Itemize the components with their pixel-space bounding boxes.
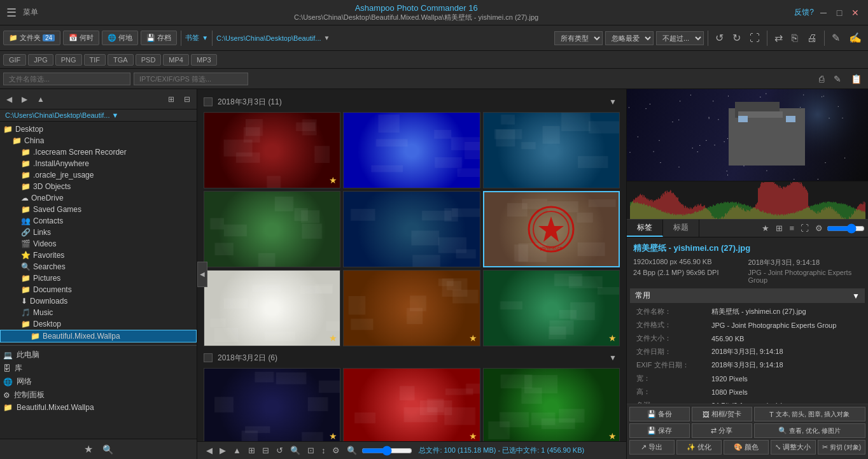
share-button2[interactable]: ⇄ 分享 <box>692 423 752 438</box>
tif-button[interactable]: TIF <box>84 54 106 66</box>
nav-list-button[interactable]: ⊟ <box>260 444 272 456</box>
edit-button[interactable]: ✎ <box>829 30 843 46</box>
sidebar-tree-item[interactable]: 🎵Music <box>0 307 197 318</box>
menu-label[interactable]: 菜单 <box>23 7 38 18</box>
filter-icon1[interactable]: ⎙ <box>816 72 827 86</box>
sidebar-tree-item[interactable]: 📁Beautiful.Mixed.Wallpa <box>0 330 197 342</box>
nav-search-button[interactable]: 🔍 <box>288 444 303 456</box>
tab-label[interactable]: 标签 <box>627 220 663 237</box>
thumb-12[interactable]: ★ <box>483 368 620 441</box>
thumb-8[interactable]: ★ <box>343 270 480 346</box>
thumb-2[interactable] <box>343 112 480 188</box>
filter-icon2[interactable]: ✎ <box>830 72 844 86</box>
panel-icon-star[interactable]: ★ <box>759 222 772 234</box>
sidebar-tree-item[interactable]: 📁Documents <box>0 284 197 295</box>
tab-title[interactable]: 标题 <box>663 220 699 237</box>
panel-icon-grid[interactable]: ⊞ <box>773 222 785 234</box>
filename-filter-input[interactable] <box>3 73 130 85</box>
sidebar-tree-item[interactable]: ⬇Downloads <box>0 295 197 307</box>
nav-grid-button[interactable]: ⊞ <box>246 444 258 456</box>
sidebar-special-item[interactable]: 🌐网络 <box>0 375 197 388</box>
share-button[interactable]: ⇄ <box>771 30 786 46</box>
sidebar-tree-item[interactable]: 📁Saved Games <box>0 204 197 215</box>
gif-button[interactable]: GIF <box>3 54 26 66</box>
optimize-button[interactable]: ✨ 优化 <box>676 440 722 455</box>
sidebar-special-item[interactable]: ⚙控制面板 <box>0 388 197 402</box>
sidebar-special-item[interactable]: 💻此电脑 <box>0 348 197 362</box>
thumb-6[interactable]: yishimei.cn <box>483 191 620 267</box>
print-button[interactable]: 🖨 <box>804 31 820 46</box>
rotate-right-button[interactable]: ↻ <box>729 30 744 46</box>
group-checkbox-2[interactable] <box>204 353 213 362</box>
sidebar-tree-item[interactable]: 📁Desktop <box>0 318 197 330</box>
thumb-7[interactable]: ★ <box>204 270 340 346</box>
panel-icon-expand[interactable]: ⛶ <box>798 222 811 234</box>
resize-button[interactable]: ⤡ 调整大小 <box>771 440 816 455</box>
thumb-9[interactable]: ★ <box>483 270 620 346</box>
location-button[interactable]: 🌐 何地 <box>102 31 138 45</box>
psd-button[interactable]: PSD <box>136 54 162 66</box>
mp3-button[interactable]: MP3 <box>191 54 217 66</box>
maximize-button[interactable]: □ <box>833 6 846 19</box>
quality-filter-select[interactable]: 不超过... <box>656 31 704 45</box>
sidebar-nav-left[interactable]: ◀ <box>3 93 15 106</box>
close-button[interactable]: ✕ <box>849 6 862 19</box>
sidebar-tree-item[interactable]: 👥Contacts <box>0 215 197 227</box>
sidebar-tree-item[interactable]: 🎬Videos <box>0 238 197 250</box>
thumb-3[interactable] <box>483 112 620 188</box>
minimize-button[interactable]: ─ <box>817 6 830 19</box>
nav-up-button[interactable]: ▲ <box>230 444 244 456</box>
feedback-link[interactable]: 反馈? <box>794 7 814 18</box>
text-tools-button[interactable]: T 文本, 箭头, 图章, 插入对象 <box>754 407 866 421</box>
sidebar-special-item[interactable]: 🗄库 <box>0 362 197 375</box>
panel-icon-list[interactable]: ≡ <box>787 222 797 234</box>
nav-sort-button[interactable]: ↕ <box>319 444 328 456</box>
info-section-toggle[interactable]: 常用 ▼ <box>630 288 865 303</box>
sidebar-toggle-button[interactable]: ◀ <box>197 262 207 287</box>
thumb-5[interactable] <box>343 191 480 267</box>
png-button[interactable]: PNG <box>55 54 82 66</box>
color-button[interactable]: 🎨 颜色 <box>724 440 769 455</box>
crop-button[interactable]: ✂ 剪切 (对象) <box>818 440 865 455</box>
save-button2[interactable]: 💾 保存 <box>629 423 690 438</box>
sidebar-tree-item[interactable]: 📁China <box>0 135 197 146</box>
sidebar-nav-up[interactable]: ▲ <box>34 93 48 106</box>
sidebar-tree-item[interactable]: 📁.InstallAnywhere <box>0 158 197 169</box>
nav-next-button[interactable]: ▶ <box>217 444 228 456</box>
sign-button[interactable]: ✍ <box>846 30 865 46</box>
save-button[interactable]: 💾 存档 <box>141 31 177 45</box>
path-dropdown-arrow[interactable]: ▼ <box>112 111 119 119</box>
sidebar-tree-item[interactable]: 📁3D Objects <box>0 181 197 192</box>
nav-prev-button[interactable]: ◀ <box>204 444 215 456</box>
panel-zoom-slider[interactable] <box>827 223 865 234</box>
sidebar-tree-item[interactable]: 🔍Searches <box>0 261 197 272</box>
mood-filter-select[interactable]: 忽略最爱 <box>605 31 654 45</box>
nav-settings-button[interactable]: ⚙ <box>330 444 342 456</box>
sidebar-tree-item[interactable]: ⭐Favorites <box>0 250 197 261</box>
sidebar-tree-item[interactable]: ☁OneDrive <box>0 192 197 204</box>
export-button[interactable]: ↗ 导出 <box>629 440 675 455</box>
exif-filter-input[interactable] <box>134 73 248 85</box>
mp4-button[interactable]: MP4 <box>163 54 189 66</box>
copy-button[interactable]: ⎘ <box>788 31 801 46</box>
thumb-10[interactable]: ★ <box>204 368 340 441</box>
rotate-left-button[interactable]: ↺ <box>712 30 727 46</box>
group-collapse-1[interactable]: ▼ <box>606 95 620 108</box>
panel-icon-settings[interactable]: ⚙ <box>813 222 825 234</box>
sidebar-grid-view[interactable]: ⊞ <box>165 93 178 106</box>
add-favorite-button[interactable]: ★ <box>81 441 96 457</box>
zoom-slider[interactable] <box>361 446 412 456</box>
view-tools-button[interactable]: 🔍 查看, 优化, 修图片 <box>754 423 866 438</box>
nav-file-button[interactable]: ⊡ <box>305 444 317 456</box>
sidebar-tree-item[interactable]: 📁.oracle_jre_usage <box>0 169 197 181</box>
thumb-4[interactable] <box>204 191 340 267</box>
tga-button[interactable]: TGA <box>108 54 134 66</box>
sidebar-tree-item[interactable]: 📁Desktop <box>0 124 197 135</box>
type-filter-select[interactable]: 所有类型 <box>554 31 603 45</box>
group-checkbox-1[interactable] <box>204 97 213 106</box>
fullscreen-button[interactable]: ⛶ <box>746 31 763 46</box>
filter-icon3[interactable]: 📋 <box>848 72 865 86</box>
backup-button[interactable]: 💾 备份 <box>629 407 690 421</box>
jpg-button[interactable]: JPG <box>28 54 53 66</box>
bookmarks-label[interactable]: 书签 <box>185 33 199 43</box>
